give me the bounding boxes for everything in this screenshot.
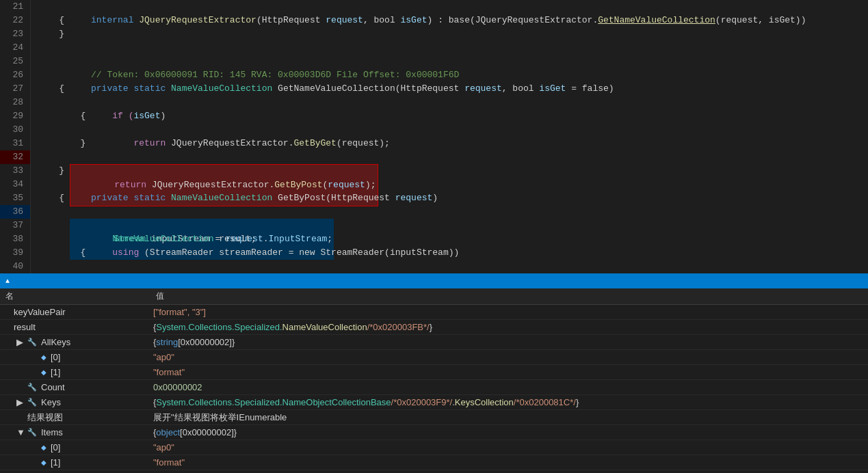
line-content-23: } bbox=[31, 27, 868, 41]
debug-row-allkeys[interactable]: ▶ 🔧 AllKeys {string[0x00000002]} bbox=[0, 335, 868, 350]
expand-items-1 bbox=[30, 457, 38, 468]
name-allkeys-1-label: [1] bbox=[51, 367, 60, 377]
line-num-31: 31 bbox=[0, 137, 31, 150]
debug-name-items-0: ◆ [0] bbox=[3, 442, 153, 452]
line-content-39: { bbox=[31, 246, 868, 260]
debug-row-items[interactable]: ▼ 🔧 Items {object[0x00000002]} bbox=[0, 425, 868, 440]
expand-items-0 bbox=[30, 442, 38, 452]
line-content-22: { bbox=[31, 14, 868, 27]
line-num-39: 39 bbox=[0, 246, 31, 260]
line-num-28: 28 bbox=[0, 96, 31, 109]
code-line-30: 30 return JQueryRequestExtractor.GetByGe… bbox=[0, 123, 868, 137]
wrench-icon-items: 🔧 bbox=[27, 428, 37, 437]
debug-row-allkeys-1[interactable]: ◆ [1] "format" bbox=[0, 365, 868, 380]
code-line-29: 29 { bbox=[0, 109, 868, 123]
code-line-33: 33 } bbox=[0, 164, 868, 178]
debug-header: 名 值 bbox=[0, 288, 868, 305]
line-num-35: 35 bbox=[0, 191, 31, 205]
debug-panel: 名 值 keyValuePair ["format", "3"] result … bbox=[0, 288, 868, 470]
line-num-37: 37 bbox=[0, 219, 31, 232]
wrench-icon-count: 🔧 bbox=[27, 383, 37, 392]
code-line-22: 22 { bbox=[0, 14, 868, 27]
line-content-29: { bbox=[31, 109, 868, 123]
debug-row-keyvaluepair[interactable]: keyValuePair ["format", "3"] bbox=[0, 305, 868, 320]
line-num-32: 32 bbox=[0, 150, 31, 164]
debug-value-keys: {System.Collections.Specialized.NameObje… bbox=[153, 397, 865, 407]
line-content-33: } bbox=[31, 164, 868, 178]
expand-kvp bbox=[3, 307, 11, 317]
debug-name-result-view: 结果视图 bbox=[3, 411, 153, 424]
line-num-40: 40 bbox=[0, 260, 31, 273]
name-allkeys-0-label: [0] bbox=[51, 352, 60, 362]
debug-name-keys: ▶ 🔧 Keys bbox=[3, 397, 153, 407]
line-num-30: 30 bbox=[0, 123, 31, 137]
debug-name-allkeys-0: ◆ [0] bbox=[3, 352, 153, 362]
debug-row-count[interactable]: 🔧 Count 0x00000002 bbox=[0, 380, 868, 395]
line-num-24: 24 bbox=[0, 41, 31, 55]
code-line-34: 34 private static NameValueCollection Ge… bbox=[0, 178, 868, 191]
line-num-23: 23 bbox=[0, 27, 31, 41]
code-line-36: 36 Stream inputStream = request.InputStr… bbox=[0, 205, 868, 219]
expand-allkeys-1 bbox=[30, 367, 38, 377]
code-line-28: 28 if (isGet) bbox=[0, 96, 868, 109]
diamond-icon-0: ◆ bbox=[41, 353, 47, 361]
expand-result bbox=[3, 322, 11, 332]
expand-allkeys-0 bbox=[30, 352, 38, 362]
line-content-35: { bbox=[31, 191, 868, 205]
debug-row-result[interactable]: result {System.Collections.Specialized.N… bbox=[0, 320, 868, 335]
code-line-31: 31 } bbox=[0, 137, 868, 150]
debug-name-kvp: keyValuePair bbox=[3, 307, 153, 317]
name-kvp-label: keyValuePair bbox=[14, 307, 66, 317]
debug-row-result-view[interactable]: 结果视图 展开"结果视图将枚举IEnumerable bbox=[0, 410, 868, 425]
name-items-1-label: [1] bbox=[51, 457, 60, 468]
divider-icon: ▲ bbox=[5, 278, 10, 285]
debug-value-kvp: ["format", "3"] bbox=[153, 307, 865, 317]
debug-value-allkeys-0: "ap0" bbox=[153, 352, 865, 362]
name-allkeys-label: AllKeys bbox=[41, 337, 70, 347]
debug-name-allkeys-1: ◆ [1] bbox=[3, 367, 153, 377]
divider-bar: ▲ bbox=[0, 273, 868, 288]
debug-name-allkeys: ▶ 🔧 AllKeys bbox=[3, 337, 153, 347]
line-num-25: 25 bbox=[0, 55, 31, 68]
code-line-25: 25 // Token: 0x06000091 RID: 145 RVA: 0x… bbox=[0, 55, 868, 68]
debug-value-allkeys-1: "format" bbox=[153, 367, 865, 377]
expand-allkeys: ▶ bbox=[16, 337, 25, 347]
debug-row-items-0[interactable]: ◆ [0] "ap0" bbox=[0, 440, 868, 455]
line-num-38: 38 bbox=[0, 232, 31, 246]
name-keys-label: Keys bbox=[41, 397, 61, 407]
diamond-icon-1: ◆ bbox=[41, 368, 47, 376]
debug-row-keys[interactable]: ▶ 🔧 Keys {System.Collections.Specialized… bbox=[0, 395, 868, 410]
line-content-27: { bbox=[31, 82, 868, 96]
code-line-38: 38 using (StreamReader streamReader = ne… bbox=[0, 232, 868, 246]
debug-col-value-header: 值 bbox=[156, 290, 164, 302]
expand-items: ▼ bbox=[16, 427, 25, 437]
debug-name-result: result bbox=[3, 322, 153, 332]
debug-value-result: {System.Collections.Specialized.NameValu… bbox=[153, 322, 865, 332]
debug-value-result-view: 展开"结果视图将枚举IEnumerable bbox=[153, 411, 865, 424]
expand-keys: ▶ bbox=[16, 397, 25, 407]
line-num-22: 22 bbox=[0, 14, 31, 27]
line-content-40: NameValueCollection nameValueCollection … bbox=[31, 260, 868, 273]
diamond-icon-items-0: ◆ bbox=[41, 444, 47, 451]
name-items-label: Items bbox=[41, 427, 63, 437]
code-line-21: 21 internal JQueryRequestExtractor(HttpR… bbox=[0, 0, 868, 14]
debug-row-items-1[interactable]: ◆ [1] "format" bbox=[0, 455, 868, 470]
code-line-40: 40 NameValueCollection nameValueCollecti… bbox=[0, 260, 868, 273]
debug-value-items: {object[0x00000002]} bbox=[153, 427, 865, 437]
debug-row-allkeys-0[interactable]: ◆ [0] "ap0" bbox=[0, 350, 868, 365]
debug-name-items-1: ◆ [1] bbox=[3, 457, 153, 468]
code-line-27: 27 { bbox=[0, 82, 868, 96]
line-num-34: 34 bbox=[0, 178, 31, 191]
debug-name-items: ▼ 🔧 Items bbox=[3, 427, 153, 437]
line-num-29: 29 bbox=[0, 109, 31, 123]
line-num-27: 27 bbox=[0, 82, 31, 96]
debug-value-count: 0x00000002 bbox=[153, 382, 865, 392]
name-items-0-label: [0] bbox=[51, 442, 60, 452]
name-result-view-label: 结果视图 bbox=[27, 411, 63, 424]
code-line-37: 37 NameValueCollection result; bbox=[0, 219, 868, 232]
code-line-32: 32 return JQueryRequestExtractor.GetByPo… bbox=[0, 150, 868, 164]
code-line-23: 23 } bbox=[0, 27, 868, 41]
line-num-33: 33 bbox=[0, 164, 31, 178]
name-count-label: Count bbox=[41, 382, 65, 392]
line-num-36: 36 bbox=[0, 205, 31, 219]
